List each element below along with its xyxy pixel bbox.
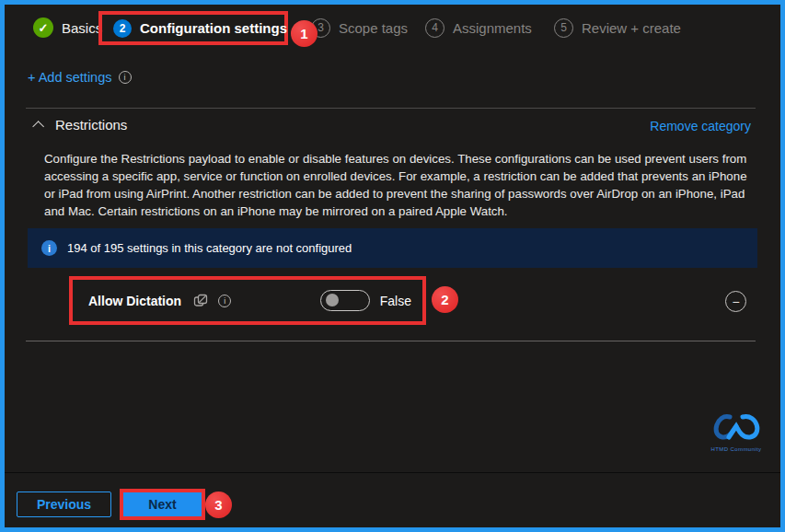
tab-basics[interactable]: ✓ Basics xyxy=(33,17,102,38)
annotation-badge-2: 2 xyxy=(432,286,458,313)
add-settings-link[interactable]: + Add settings i xyxy=(28,70,132,85)
tab-scope-tags[interactable]: 3 Scope tags xyxy=(311,17,408,38)
tab-configuration-settings-label: Configuration settings xyxy=(140,20,287,36)
category-description: Configure the Restrictions payload to en… xyxy=(44,150,760,220)
toggle-value-label: False xyxy=(380,294,411,308)
platform-applicability-icon xyxy=(193,294,208,307)
tab-basics-label: Basics xyxy=(62,20,102,36)
next-button-annotation-box: Next xyxy=(120,489,205,520)
previous-button[interactable]: Previous xyxy=(17,492,111,517)
category-title: Restrictions xyxy=(55,117,127,133)
logo-caption: HTMD Community xyxy=(699,446,773,452)
divider xyxy=(26,108,756,109)
allow-dictation-setting-row: Allow Dictation i False xyxy=(69,276,426,325)
annotation-badge-1: 1 xyxy=(291,20,317,47)
footer-divider xyxy=(5,472,780,473)
step-4-number: 4 xyxy=(425,18,444,38)
toggle-knob xyxy=(326,294,339,306)
htmd-community-logo: HTMD Community xyxy=(699,411,773,452)
completed-check-icon: ✓ xyxy=(33,17,53,38)
configuration-profile-page: ✓ Basics 2 Configuration settings 1 3 Sc… xyxy=(0,0,785,532)
step-2-number: 2 xyxy=(113,19,132,38)
add-settings-label[interactable]: + Add settings xyxy=(28,70,112,85)
tab-review-create-label: Review + create xyxy=(582,20,681,36)
allow-dictation-toggle[interactable] xyxy=(320,290,370,311)
collapse-chevron-icon[interactable] xyxy=(32,121,44,133)
info-banner-text: 194 of 195 settings in this category are… xyxy=(67,241,352,255)
tab-assignments[interactable]: 4 Assignments xyxy=(425,17,532,38)
restrictions-category-header[interactable]: Restrictions xyxy=(32,117,127,133)
remove-setting-icon[interactable]: − xyxy=(725,291,746,312)
tab-configuration-settings[interactable]: 2 Configuration settings xyxy=(98,11,288,45)
remove-category-link[interactable]: Remove category xyxy=(650,119,751,133)
setting-info-icon: i xyxy=(218,295,231,307)
step-5-number: 5 xyxy=(554,18,573,38)
tab-review-create[interactable]: 5 Review + create xyxy=(554,17,681,38)
divider xyxy=(26,341,756,341)
info-icon: i xyxy=(119,71,132,84)
setting-label: Allow Dictation xyxy=(88,294,181,308)
logo-mark xyxy=(708,411,765,442)
info-banner: i 194 of 195 settings in this category a… xyxy=(28,228,757,268)
annotation-badge-3: 3 xyxy=(205,492,232,518)
next-button[interactable]: Next xyxy=(123,492,202,516)
tab-assignments-label: Assignments xyxy=(453,20,532,36)
info-banner-icon: i xyxy=(41,240,57,256)
tab-scope-tags-label: Scope tags xyxy=(339,20,408,36)
